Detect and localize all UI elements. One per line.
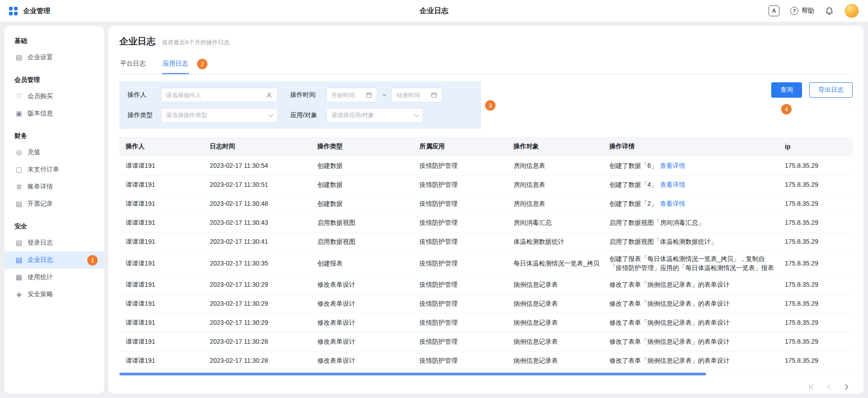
sidebar-item-label: 会员购买 — [28, 92, 53, 100]
column-header: 操作详情 — [605, 137, 780, 156]
cell-object: 体温检测数据统计 — [509, 232, 605, 251]
detail-text: 修改了表单「病例信息记录表」的表单设计 — [609, 338, 730, 345]
cell-detail: 创建了报表「每日体温检测情况一览表_拷贝」，复制自「疫情防护管理」应用的「每日体… — [605, 251, 780, 275]
sidebar-item-security-policy[interactable]: ◈ 安全策略 — [5, 286, 104, 303]
operation-type-select[interactable]: 请选择操作类型 — [161, 108, 278, 123]
action-buttons: 查询 导出日志 4 — [771, 81, 853, 98]
time-filter-label: 操作时间 — [290, 91, 321, 99]
sidebar-item-label: 开票记录 — [28, 200, 53, 208]
log-file-icon: ▤ — [15, 256, 23, 264]
cell-app: 疫情防护管理 — [415, 232, 509, 251]
column-header: 所属应用 — [415, 137, 509, 156]
tab-bar: 平台日志 应用日志 2 — [119, 54, 853, 74]
log-table-row: 谭谭谭191 2023-02-17 11:30:48 创建数据 疫情防护管理 房… — [119, 194, 853, 213]
sidebar-item-enterprise-logs[interactable]: ▤ 企业日志 1 — [5, 251, 104, 269]
end-time-picker[interactable] — [392, 88, 442, 102]
cell-ip: 175.8.35.29 — [780, 251, 853, 275]
sidebar-item-label: 使用统计 — [28, 273, 53, 281]
sidebar-item-label: 版本信息 — [28, 109, 53, 118]
cell-operator: 谭谭谭191 — [119, 351, 205, 370]
log-table-row: 谭谭谭191 2023-02-17 11:30:51 创建数据 疫情防护管理 房… — [119, 175, 853, 194]
sidebar-item-recharge[interactable]: ◎ 充值 — [5, 144, 104, 161]
type-filter-label: 操作类型 — [127, 111, 156, 119]
help-button[interactable]: ? 帮助 — [790, 7, 814, 15]
query-button[interactable]: 查询 — [771, 82, 802, 98]
cell-app: 疫情防护管理 — [415, 194, 509, 213]
start-time-picker[interactable] — [326, 88, 377, 102]
chevron-down-icon — [414, 112, 419, 117]
export-logs-button[interactable]: 导出日志 — [809, 82, 853, 98]
cell-operator: 谭谭谭191 — [119, 332, 205, 351]
log-table-header-row: 操作人日志时间操作类型所属应用操作对象操作详情ip — [119, 137, 853, 156]
cell-app: 疫情防护管理 — [415, 313, 509, 332]
sidebar-item-login-logs[interactable]: ▤ 登录日志 — [5, 234, 104, 251]
cell-operation-type: 修改表单设计 — [313, 332, 415, 351]
tab-platform-logs[interactable]: 平台日志 — [119, 54, 146, 74]
tab-app-logs[interactable]: 应用日志 — [162, 54, 189, 74]
help-label: 帮助 — [802, 7, 814, 15]
operator-input[interactable] — [166, 92, 262, 99]
sidebar-item-version-info[interactable]: ▣ 版本信息 — [5, 105, 104, 122]
bill-list-icon: ≣ — [15, 183, 23, 191]
app-object-select[interactable]: 请选择应用/对象 — [326, 108, 423, 123]
sidebar-item-label: 企业日志 — [28, 256, 53, 264]
operator-select[interactable] — [161, 88, 278, 102]
cell-operator: 谭谭谭191 — [119, 275, 205, 294]
sidebar: 基础 ▤ 企业设置 会员管理 ♡ 会员购买 ▣ 版本信息 财务 ◎ 充值 — [5, 26, 104, 393]
cell-app: 疫情防护管理 — [415, 275, 509, 294]
cell-object: 病例信息记录表 — [509, 351, 605, 370]
cell-log-time: 2023-02-17 11:30:51 — [205, 175, 313, 194]
cell-app: 疫情防护管理 — [415, 251, 509, 275]
cell-app: 疫情防护管理 — [415, 156, 509, 175]
sidebar-item-enterprise-settings[interactable]: ▤ 企业设置 — [5, 49, 104, 66]
cell-operator: 谭谭谭191 — [119, 194, 205, 213]
cell-log-time: 2023-02-17 11:30:48 — [205, 194, 313, 213]
prev-page-icon[interactable] — [826, 384, 832, 390]
cell-detail: 创建了数据「2」查看详情 — [605, 194, 780, 213]
column-header: 操作人 — [119, 137, 205, 156]
horizontal-scrollbar-thumb[interactable] — [119, 373, 706, 375]
cell-object: 房间信息表 — [509, 175, 605, 194]
sidebar-item-member-purchase[interactable]: ♡ 会员购买 — [5, 88, 104, 105]
language-icon[interactable]: A — [769, 5, 779, 16]
cell-operator: 谭谭谭191 — [119, 156, 205, 175]
cell-app: 疫情防护管理 — [415, 294, 509, 313]
sidebar-item-unpaid-orders[interactable]: ▢ 未支付订单 — [5, 161, 104, 178]
cell-object: 房间信息表 — [509, 194, 605, 213]
person-icon — [266, 92, 273, 99]
log-table-row: 谭谭谭191 2023-02-17 11:30:54 创建数据 疫情防护管理 房… — [119, 156, 853, 175]
detail-text: 创建了数据「4」 — [609, 181, 657, 188]
sidebar-item-bill-details[interactable]: ≣ 账单详情 — [5, 178, 104, 195]
section-title: 会员管理 — [5, 72, 104, 88]
log-table-row: 谭谭谭191 2023-02-17 11:30:41 启用数据视图 疫情防护管理… — [119, 232, 853, 251]
app-grid-icon[interactable] — [9, 7, 18, 15]
log-table-row: 谭谭谭191 2023-02-17 11:30:43 启用数据视图 疫情防护管理… — [119, 213, 853, 232]
detail-text: 创建了数据「2」 — [609, 200, 657, 207]
sidebar-item-invoice-records[interactable]: ▤ 开票记录 — [5, 195, 104, 213]
cell-log-time: 2023-02-17 11:30:35 — [205, 251, 313, 275]
invoice-file-icon: ▤ — [15, 200, 23, 208]
app-select-placeholder: 请选择应用/对象 — [331, 111, 411, 119]
cell-detail: 修改了表单「病例信息记录表」的表单设计 — [605, 351, 780, 370]
section-title: 基础 — [5, 33, 104, 49]
detail-text: 修改了表单「病例信息记录表」的表单设计 — [609, 281, 730, 288]
stats-icon: ▦ — [15, 273, 23, 281]
view-detail-link[interactable]: 查看详情 — [660, 200, 685, 207]
cell-operation-type: 启用数据视图 — [313, 232, 415, 251]
cell-app: 疫情防护管理 — [415, 175, 509, 194]
cell-detail: 创建了数据「6」查看详情 — [605, 156, 780, 175]
end-time-input[interactable] — [396, 92, 427, 99]
view-detail-link[interactable]: 查看详情 — [660, 181, 685, 188]
log-table-row: 谭谭谭191 2023-02-17 11:30:29 修改表单设计 疫情防护管理… — [119, 313, 853, 332]
start-time-input[interactable] — [331, 92, 362, 99]
detail-text: 创建了报表「每日体温检测情况一览表_拷贝」，复制自「疫情防护管理」应用的「每日体… — [609, 255, 774, 271]
cell-operation-type: 创建数据 — [313, 194, 415, 213]
view-detail-link[interactable]: 查看详情 — [660, 162, 685, 169]
next-page-icon[interactable] — [843, 384, 850, 390]
cell-operation-type: 修改表单设计 — [313, 313, 415, 332]
first-page-icon[interactable] — [808, 384, 815, 390]
notification-bell-icon[interactable] — [825, 7, 834, 15]
log-table-row: 谭谭谭191 2023-02-17 11:30:29 修改表单设计 疫情防护管理… — [119, 275, 853, 294]
user-avatar[interactable] — [844, 4, 859, 18]
sidebar-item-usage-statistics[interactable]: ▦ 使用统计 — [5, 269, 104, 286]
